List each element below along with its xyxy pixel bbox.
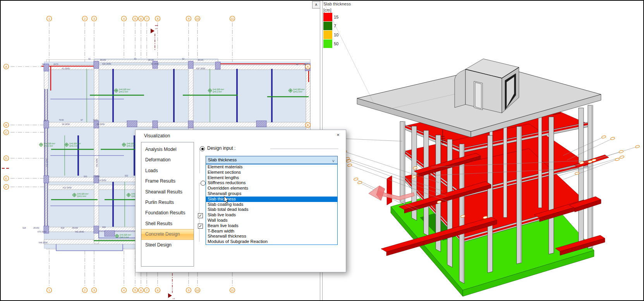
- legend-value: 10: [334, 32, 338, 37]
- svg-text:Q=0.2 t/m²: Q=0.2 t/m²: [119, 91, 128, 93]
- section-marker-bottom: 1: [168, 273, 175, 299]
- section-marker-top: 1: [151, 26, 158, 50]
- legend-collapse-button[interactable]: ∧: [312, 1, 320, 9]
- svg-text:C: C: [5, 131, 7, 134]
- svg-text:K61 25/90: K61 25/90: [96, 158, 98, 167]
- legend-value: 15: [334, 15, 338, 19]
- legend-swatch: [323, 31, 332, 39]
- design-output-radio[interactable]: [201, 181, 206, 186]
- svg-text:F: F: [5, 185, 7, 189]
- legend-entries: 1571050: [323, 12, 351, 48]
- svg-text:S16: S16: [102, 226, 106, 228]
- svg-text:S5: S5: [296, 63, 298, 65]
- option-checkbox-1[interactable]: ✓: [198, 213, 203, 218]
- svg-text:7: 7: [146, 17, 148, 21]
- legend-title: Slab thickness: [323, 2, 351, 6]
- legend-entry: 10: [323, 30, 351, 39]
- category-item-shearwall-results[interactable]: Shearwall Results: [141, 187, 194, 197]
- legend-entry: 15: [323, 12, 351, 21]
- category-item-steel-design[interactable]: Steel Design: [141, 240, 194, 250]
- dropdown-option-slab-live-loads[interactable]: Slab live loads: [206, 212, 337, 218]
- legend-entry: 7: [323, 21, 351, 30]
- dropdown-option-beam-live-loads[interactable]: Beam live loads: [206, 223, 337, 229]
- svg-text:K12 25/50: K12 25/50: [63, 186, 72, 189]
- legend-swatch: [323, 39, 332, 48]
- svg-text:8: 8: [157, 289, 158, 292]
- dropdown-option-overridden-elements[interactable]: Overridden elements: [206, 186, 337, 191]
- svg-text:S6: S6: [44, 119, 46, 121]
- category-item-frame-results[interactable]: Frame Results: [141, 176, 194, 186]
- svg-text:9: 9: [188, 289, 189, 292]
- dropdown-option-element-materials[interactable]: Element materials: [206, 164, 337, 170]
- svg-text:S18: S18: [22, 227, 26, 229]
- svg-text:2: 2: [84, 289, 86, 292]
- category-list[interactable]: Analysis ModelDeformationLoadsFrame Resu…: [141, 142, 194, 267]
- design-input-dropdown[interactable]: Element materialsElement sectionsElement…: [206, 164, 338, 245]
- dropdown-option-t-beam-width[interactable]: T-Beam width: [206, 229, 337, 234]
- svg-text:Q=0.2 t/m²: Q=0.2 t/m²: [120, 236, 129, 238]
- design-input-combobox[interactable]: Slab thickness ˅: [206, 156, 338, 164]
- svg-text:5: 5: [134, 289, 136, 292]
- svg-text:K61 25/50: K61 25/50: [75, 231, 84, 233]
- dropdown-option-element-sections[interactable]: Element sections: [206, 170, 337, 175]
- model-3d-view[interactable]: [323, 1, 644, 301]
- close-icon[interactable]: ×: [335, 132, 341, 138]
- category-item-analysis-model[interactable]: Analysis Model: [141, 144, 194, 155]
- app-window: 1 1 11223344556677889910101111AABBCCDDEE…: [0, 0, 644, 301]
- svg-text:K37 25/50: K37 25/50: [196, 67, 205, 70]
- category-item-loads[interactable]: Loads: [141, 166, 194, 176]
- dropdown-option-modulus-of-subgrade-reaction[interactable]: Modulus of Subgrade Reaction: [206, 239, 337, 245]
- dropdown-option-shearwall-thickness[interactable]: Shearwall thickness: [206, 234, 337, 239]
- svg-text:20/70: 20/70: [304, 63, 309, 65]
- svg-text:Q=0.2 t/m²: Q=0.2 t/m²: [77, 195, 86, 197]
- category-item-deformation[interactable]: Deformation: [141, 155, 194, 165]
- svg-text:S19: S19: [61, 227, 64, 229]
- svg-text:11: 11: [231, 289, 234, 292]
- svg-text:4: 4: [123, 289, 125, 292]
- dropdown-option-element-lengths[interactable]: Element lengths: [206, 175, 337, 181]
- option-checkbox-2[interactable]: ✓: [198, 224, 203, 229]
- svg-text:K20 25/50: K20 25/50: [102, 63, 111, 65]
- legend-entry: 50: [323, 39, 351, 48]
- dropdown-option-wall-loads[interactable]: Wall loads: [206, 218, 337, 223]
- svg-text:K21 25/90: K21 25/90: [46, 158, 48, 167]
- svg-text:25/140: 25/140: [100, 59, 106, 61]
- groupbox2-border: [199, 183, 199, 242]
- svg-text:K70 25/50: K70 25/50: [38, 231, 46, 233]
- svg-text:25/140: 25/140: [197, 59, 204, 61]
- svg-text:Q=0.2 t/m²: Q=0.2 t/m²: [69, 145, 79, 147]
- category-item-concrete-design[interactable]: Concrete Design: [141, 229, 194, 239]
- legend-swatch: [323, 22, 332, 30]
- svg-text:K1 25/50: K1 25/50: [62, 67, 70, 70]
- svg-text:S4: S4: [42, 63, 44, 65]
- mouse-cursor: [224, 196, 229, 204]
- category-item-shell-results[interactable]: Shell Results: [141, 219, 194, 229]
- category-item-foundation-results[interactable]: Foundation Results: [141, 208, 194, 218]
- svg-text:9: 9: [188, 17, 189, 21]
- legend-value: 7: [334, 24, 336, 28]
- svg-text:S22: S22: [125, 174, 128, 177]
- legend-unit: [cm]: [323, 8, 351, 12]
- svg-text:6: 6: [140, 17, 142, 21]
- svg-text:25/140: 25/140: [148, 59, 154, 61]
- svg-text:10: 10: [196, 17, 199, 21]
- svg-text:Q=0.2 t/m²: Q=0.2 t/m²: [127, 145, 136, 147]
- design-input-radio[interactable]: [200, 146, 205, 151]
- svg-text:8: 8: [157, 17, 158, 21]
- svg-text:K2 25/50: K2 25/50: [151, 63, 159, 65]
- svg-text:1: 1: [48, 289, 50, 292]
- svg-text:Q=0.2 t/m²: Q=0.2 t/m²: [213, 91, 222, 93]
- svg-text:K4 25/50: K4 25/50: [98, 179, 106, 181]
- svg-text:1: 1: [172, 298, 175, 299]
- svg-text:S1: S1: [88, 58, 91, 60]
- svg-text:11: 11: [231, 17, 234, 21]
- dropdown-option-stiffness-reductions[interactable]: Stiffness reductions: [206, 180, 337, 186]
- dropdown-option-slab-total-dead-loads[interactable]: Slab total dead loads: [206, 207, 337, 212]
- category-item-purlin-results[interactable]: Purlin Results: [141, 197, 194, 208]
- svg-text:S10: S10: [84, 175, 87, 178]
- svg-text:20/70: 20/70: [53, 63, 58, 65]
- svg-text:70/30: 70/30: [59, 119, 64, 121]
- svg-text:B: B: [5, 123, 7, 127]
- groupbox-line: [270, 149, 338, 149]
- svg-text:Q=0.2 t/m²: Q=0.2 t/m²: [44, 145, 53, 147]
